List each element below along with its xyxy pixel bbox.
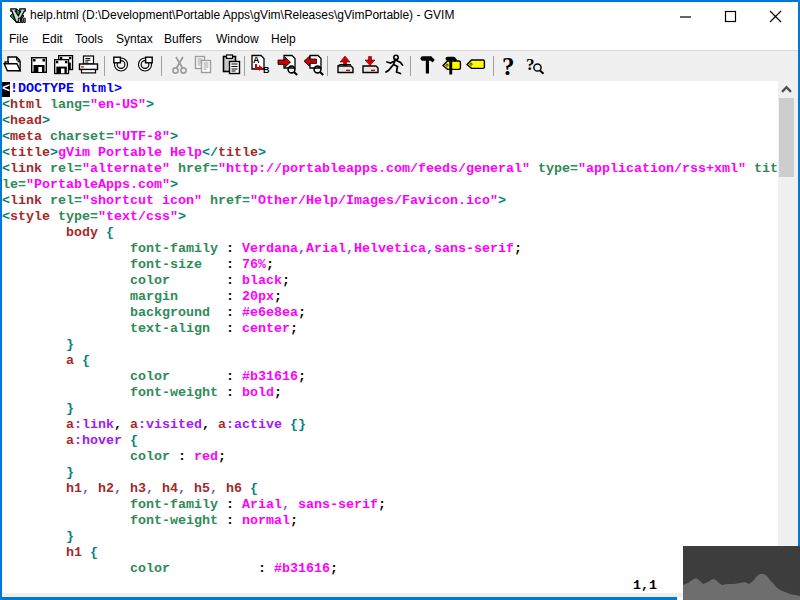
svg-text:?: ? xyxy=(526,55,535,74)
svg-text:?: ? xyxy=(502,55,515,76)
svg-text:A: A xyxy=(253,55,260,65)
svg-text:B: B xyxy=(263,65,270,75)
